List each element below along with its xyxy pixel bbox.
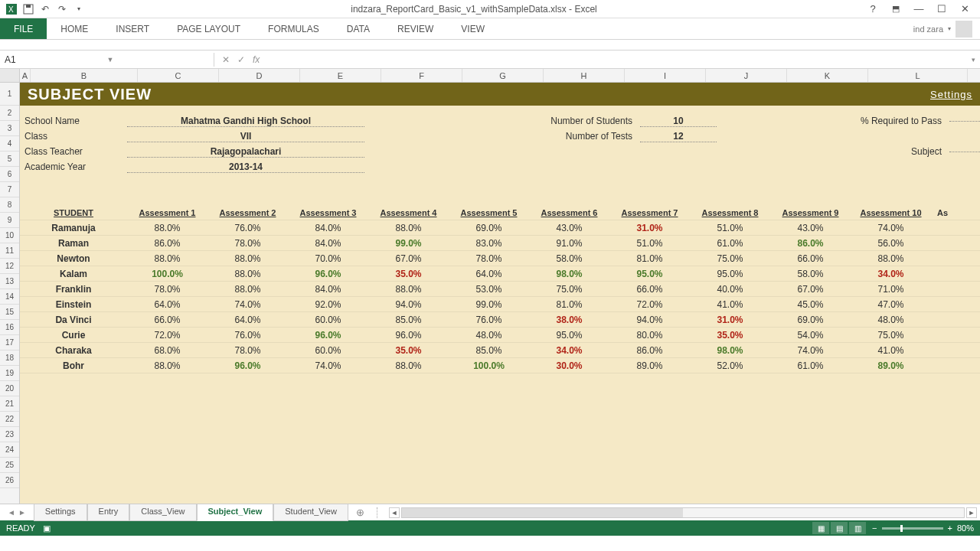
table-cell: 88.0% xyxy=(207,253,288,264)
row-header[interactable]: 10 xyxy=(0,228,19,243)
column-header[interactable]: B xyxy=(31,69,138,82)
row-header[interactable]: 5 xyxy=(0,152,19,167)
row-header[interactable]: 8 xyxy=(0,197,19,213)
row-header[interactable]: 3 xyxy=(0,121,19,136)
save-icon[interactable] xyxy=(21,2,35,16)
row-header[interactable]: 20 xyxy=(0,381,19,396)
chevron-down-icon[interactable]: ▼ xyxy=(107,56,210,64)
page-break-view-button[interactable]: ▥ xyxy=(849,522,866,534)
ribbon-tab-page-layout[interactable]: PAGE LAYOUT xyxy=(163,18,254,39)
status-bar: READY ▣ ▦ ▤ ▥ − + 80% xyxy=(0,520,980,536)
qat-dropdown-icon[interactable]: ▾ xyxy=(72,2,86,16)
horizontal-scrollbar[interactable]: ◄ ► xyxy=(386,507,980,518)
table-cell: 35.0% xyxy=(368,345,449,356)
sheet-tab-subject_view[interactable]: Subject_View xyxy=(197,504,274,521)
page-layout-view-button[interactable]: ▤ xyxy=(831,522,848,534)
table-header: Assessment 4 xyxy=(368,208,449,217)
zoom-out-button[interactable]: − xyxy=(872,523,877,533)
column-header[interactable]: E xyxy=(300,69,381,82)
row-header[interactable]: 26 xyxy=(0,473,19,488)
enter-icon[interactable]: ✓ xyxy=(237,54,245,65)
quick-access-toolbar: X ↶ ↷ ▾ xyxy=(0,2,90,16)
row-header[interactable]: 12 xyxy=(0,259,19,274)
row-header[interactable]: 21 xyxy=(0,396,19,412)
row-header[interactable]: 18 xyxy=(0,350,19,366)
normal-view-button[interactable]: ▦ xyxy=(812,522,829,534)
column-header[interactable]: H xyxy=(544,69,625,82)
fx-icon[interactable]: fx xyxy=(253,54,260,65)
select-all-corner[interactable] xyxy=(0,69,20,82)
row-header[interactable]: 7 xyxy=(0,182,19,197)
label-num-tests: Number of Tests xyxy=(479,131,640,142)
ribbon-tab-formulas[interactable]: FORMULAS xyxy=(254,18,333,39)
row-header[interactable]: 1 xyxy=(0,83,19,106)
sheet-tab-class_view[interactable]: Class_View xyxy=(129,504,196,521)
sheet-tab-student_view[interactable]: Student_View xyxy=(273,504,348,521)
macro-record-icon[interactable]: ▣ xyxy=(43,523,51,533)
ribbon-tab-insert[interactable]: INSERT xyxy=(102,18,163,39)
svg-text:X: X xyxy=(8,5,14,14)
sheet-nav-prev-icon[interactable]: ◄ xyxy=(8,508,15,517)
zoom-level[interactable]: 80% xyxy=(957,523,974,533)
redo-icon[interactable]: ↷ xyxy=(55,2,69,16)
sheet-tab-entry[interactable]: Entry xyxy=(87,504,130,521)
row-header[interactable]: 4 xyxy=(0,136,19,152)
maximize-icon[interactable]: ☐ xyxy=(933,3,951,15)
excel-icon[interactable]: X xyxy=(5,2,18,16)
column-header[interactable]: L xyxy=(868,69,968,82)
row-header[interactable]: 25 xyxy=(0,458,19,473)
column-header[interactable]: I xyxy=(625,69,706,82)
ribbon-tab-view[interactable]: VIEW xyxy=(447,18,498,39)
row-header[interactable]: 24 xyxy=(0,442,19,458)
column-header[interactable]: A xyxy=(20,69,31,82)
worksheet-cells[interactable]: SUBJECT VIEW Settings School Name Mahatm… xyxy=(20,83,980,504)
row-header[interactable]: 22 xyxy=(0,412,19,427)
scroll-left-icon[interactable]: ◄ xyxy=(389,507,400,518)
ribbon-tab-home[interactable]: HOME xyxy=(47,18,102,39)
zoom-in-button[interactable]: + xyxy=(948,523,952,533)
row-header[interactable]: 13 xyxy=(0,274,19,289)
settings-link[interactable]: Settings xyxy=(930,89,972,100)
row-header[interactable]: 11 xyxy=(0,243,19,259)
scroll-thumb[interactable] xyxy=(402,508,683,517)
close-icon[interactable]: ✕ xyxy=(956,3,974,15)
formula-input[interactable] xyxy=(267,58,967,61)
table-cell: 85.0% xyxy=(368,315,449,325)
user-account[interactable]: ind zara ▾ xyxy=(906,18,980,39)
row-header[interactable]: 17 xyxy=(0,335,19,350)
column-header[interactable]: D xyxy=(219,69,300,82)
cancel-icon[interactable]: ✕ xyxy=(222,54,230,65)
ribbon-tab-review[interactable]: REVIEW xyxy=(384,18,447,39)
undo-icon[interactable]: ↶ xyxy=(38,2,52,16)
formula-expand-icon[interactable]: ▾ xyxy=(967,56,980,64)
row-header[interactable]: 2 xyxy=(0,106,19,121)
row-header[interactable]: 16 xyxy=(0,320,19,335)
sheet-nav-next-icon[interactable]: ► xyxy=(18,508,26,517)
table-cell: 66.0% xyxy=(609,284,690,295)
column-header[interactable]: G xyxy=(462,69,544,82)
help-icon[interactable]: ? xyxy=(864,3,882,15)
ribbon-display-icon[interactable]: ⬒ xyxy=(887,4,905,14)
zoom-slider[interactable] xyxy=(882,527,943,530)
column-header[interactable]: J xyxy=(706,69,787,82)
ribbon-tab-data[interactable]: DATA xyxy=(333,18,384,39)
zoom-control[interactable]: − + 80% xyxy=(872,523,974,533)
scroll-track[interactable] xyxy=(401,507,965,518)
new-sheet-button[interactable]: ⊕ xyxy=(348,504,372,520)
row-header[interactable]: 14 xyxy=(0,289,19,305)
column-header[interactable]: F xyxy=(381,69,462,82)
scroll-right-icon[interactable]: ► xyxy=(966,507,977,518)
row-header[interactable]: 19 xyxy=(0,366,19,381)
row-header[interactable]: 23 xyxy=(0,427,19,442)
label-num-students: Number of Students xyxy=(479,116,640,126)
row-header[interactable]: 6 xyxy=(0,167,19,182)
column-header[interactable]: C xyxy=(138,69,219,82)
name-box[interactable]: A1▼ xyxy=(0,53,214,67)
column-header[interactable]: K xyxy=(787,69,868,82)
file-tab[interactable]: FILE xyxy=(0,18,47,39)
avatar-icon xyxy=(956,21,972,37)
minimize-icon[interactable]: — xyxy=(910,3,928,15)
row-header[interactable]: 15 xyxy=(0,305,19,320)
row-header[interactable]: 9 xyxy=(0,213,19,228)
sheet-tab-settings[interactable]: Settings xyxy=(34,504,87,521)
